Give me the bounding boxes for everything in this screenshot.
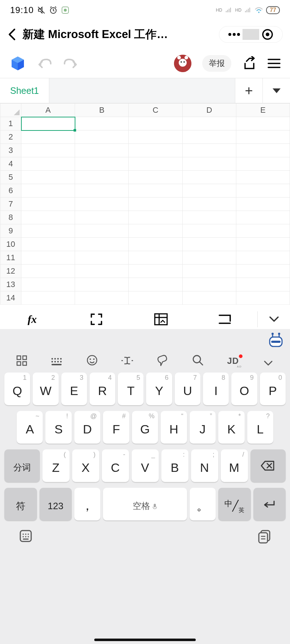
cell-D11[interactable] [182,251,236,265]
cell-C4[interactable] [129,157,182,171]
cell-A2[interactable] [21,130,75,144]
key-T[interactable]: 5T [118,373,144,405]
cell-B2[interactable] [75,130,129,144]
cell-C8[interactable] [129,211,182,224]
cell-C11[interactable] [129,251,182,265]
key-V[interactable]: _V [132,449,159,482]
kbd-grid-icon[interactable] [11,355,33,366]
cell-E9[interactable] [236,224,290,238]
cell-A10[interactable] [21,238,75,251]
cell-A6[interactable] [21,184,75,198]
row-header-2[interactable]: 2 [0,130,21,144]
key-R[interactable]: 4R [90,373,115,405]
cell-D5[interactable] [182,171,236,184]
kbd-voice-icon[interactable] [152,354,174,366]
row-header-10[interactable]: 10 [0,238,21,251]
cell-E4[interactable] [236,157,290,171]
key-language[interactable]: 中╱英 [218,488,251,520]
key-I[interactable]: 8I [203,373,229,405]
key-D[interactable]: @D [74,411,100,444]
row-header-3[interactable]: 3 [0,144,21,157]
cell-D7[interactable] [182,198,236,211]
row-header-1[interactable]: 1 [0,117,21,130]
cell-E2[interactable] [236,130,290,144]
key-M[interactable]: /M [221,449,248,482]
cell-C9[interactable] [129,224,182,238]
key-W[interactable]: 2W [33,373,58,405]
add-sheet-button[interactable]: + [235,78,262,103]
key-C[interactable]: -C [102,449,129,482]
row-header-7[interactable]: 7 [0,198,21,211]
clipboard-icon[interactable] [257,528,272,544]
kbd-search-icon[interactable] [187,354,209,366]
col-header-B[interactable]: B [75,104,129,117]
sheet-tab-active[interactable]: Sheet1 [0,78,49,103]
cell-C6[interactable] [129,184,182,198]
cell-A5[interactable] [21,171,75,184]
target-icon[interactable] [259,29,276,40]
cell-A4[interactable] [21,157,75,171]
cell-B14[interactable] [75,291,129,305]
cell-E1[interactable] [236,117,290,130]
cell-D9[interactable] [182,224,236,238]
more-icon[interactable] [226,33,243,36]
share-icon[interactable] [242,56,257,71]
fullscreen-icon[interactable] [65,313,129,326]
col-header-D[interactable]: D [182,104,236,117]
report-button[interactable]: 举报 [202,55,231,72]
cell-C12[interactable] [129,265,182,278]
col-header-C[interactable]: C [129,104,182,117]
row-header-8[interactable]: 8 [0,211,21,224]
key-H[interactable]: “H [161,411,187,444]
cell-A1[interactable] [21,117,75,130]
kbd-jd-button[interactable]: JDAD [222,356,244,366]
key-space[interactable]: 空格 [103,488,187,520]
key-X[interactable]: )X [72,449,99,482]
key-G[interactable]: %G [132,411,158,444]
row-header-4[interactable]: 4 [0,157,21,171]
kbd-collapse-icon[interactable] [257,360,279,366]
home-indicator[interactable] [94,639,196,641]
sheet-dropdown-button[interactable] [262,78,290,103]
key-O[interactable]: 9O [231,373,257,405]
undo-icon[interactable] [37,56,52,71]
key-L[interactable]: ?L [247,411,273,444]
keyboard-next-icon[interactable] [193,314,258,325]
key-J[interactable]: ”J [190,411,216,444]
row-header-11[interactable]: 11 [0,251,21,265]
key-Y[interactable]: 6Y [146,373,172,405]
cell-C14[interactable] [129,291,182,305]
key-symbols[interactable]: 符 [4,488,37,520]
cell-B6[interactable] [75,184,129,198]
cell-D13[interactable] [182,278,236,291]
cell-D6[interactable] [182,184,236,198]
menu-icon[interactable] [268,58,281,69]
row-header-6[interactable]: 6 [0,184,21,198]
key-P[interactable]: 0P [260,373,286,405]
cell-D2[interactable] [182,130,236,144]
assistant-icon[interactable] [268,332,284,349]
row-header-9[interactable]: 9 [0,224,21,238]
cell-C1[interactable] [129,117,182,130]
key-S[interactable]: !S [45,411,71,444]
key-Z[interactable]: (Z [42,449,70,482]
cell-B13[interactable] [75,278,129,291]
row-header-5[interactable]: 5 [0,171,21,184]
key-enter[interactable] [253,488,286,520]
key-F[interactable]: #F [103,411,129,444]
cell-E10[interactable] [236,238,290,251]
cell-D10[interactable] [182,238,236,251]
select-all-corner[interactable] [0,104,21,117]
cell-D8[interactable] [182,211,236,224]
key-B[interactable]: :B [161,449,188,482]
cell-B12[interactable] [75,265,129,278]
key-backspace[interactable] [250,449,286,482]
app-logo-icon[interactable] [9,55,26,72]
cell-E8[interactable] [236,211,290,224]
key-U[interactable]: 7U [175,373,200,405]
cell-E6[interactable] [236,184,290,198]
cell-A14[interactable] [21,291,75,305]
avatar[interactable] [174,55,191,72]
key-numbers[interactable]: 123 [40,488,72,520]
key-segment[interactable]: 分词 [4,449,40,482]
